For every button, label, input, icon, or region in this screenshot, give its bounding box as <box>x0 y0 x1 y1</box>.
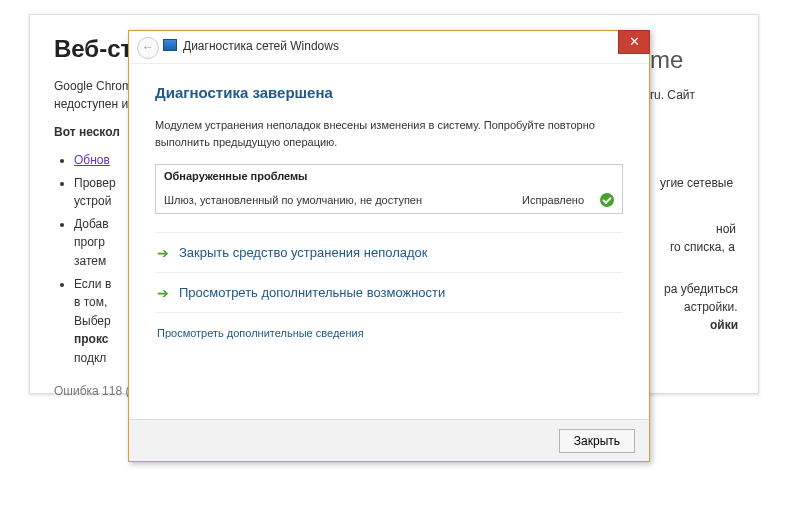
issue-text: Шлюз, установленный по умолчанию, не дос… <box>164 194 522 206</box>
li3-tail1: ной <box>716 222 736 236</box>
li3-tail2: го списка, а <box>670 240 735 254</box>
arrow-right-icon: ➔ <box>157 246 169 260</box>
titlebar: ← Диагностика сетей Windows ✕ <box>129 31 649 64</box>
window-title: Диагностика сетей Windows <box>183 39 339 53</box>
para-tail: ru. Сайт <box>650 88 695 102</box>
li2-tail: угие сетевые <box>660 176 733 190</box>
view-details-link[interactable]: Просмотреть дополнительные сведения <box>157 327 364 339</box>
check-circle-icon <box>600 193 614 207</box>
li4-tail3: ойки <box>710 318 738 332</box>
issues-header: Обнаруженные проблемы <box>156 165 622 187</box>
li4-tail2: астройки. <box>684 300 738 314</box>
action-label: Закрыть средство устранения неполадок <box>179 245 427 260</box>
action-list: ➔ Закрыть средство устранения неполадок … <box>155 232 623 313</box>
reload-link[interactable]: Обнов <box>74 153 110 167</box>
close-button[interactable]: Закрыть <box>559 429 635 453</box>
complete-heading: Диагностика завершена <box>155 84 623 101</box>
action-label: Просмотреть дополнительные возможности <box>179 285 445 300</box>
back-button[interactable]: ← <box>137 37 159 59</box>
window-app-icon <box>163 39 177 51</box>
window-close-button[interactable]: ✕ <box>618 30 650 54</box>
issues-box: Обнаруженные проблемы Шлюз, установленны… <box>155 164 623 214</box>
li4-tail1: ра убедиться <box>664 282 738 296</box>
more-options-action[interactable]: ➔ Просмотреть дополнительные возможности <box>155 273 623 313</box>
wizard-body: Диагностика завершена Модулем устранения… <box>129 64 649 341</box>
troubleshooter-window: ← Диагностика сетей Windows ✕ Диагностик… <box>128 30 650 462</box>
close-icon: ✕ <box>629 34 640 49</box>
close-troubleshooter-action[interactable]: ➔ Закрыть средство устранения неполадок <box>155 233 623 273</box>
back-arrow-icon: ← <box>142 40 154 54</box>
issue-status: Исправлено <box>522 194 584 206</box>
title-tail: me <box>650 46 683 74</box>
wizard-footer: Закрыть <box>129 419 649 461</box>
issue-row: Шлюз, установленный по умолчанию, не дос… <box>156 187 622 213</box>
arrow-right-icon: ➔ <box>157 286 169 300</box>
result-description: Модулем устранения неполадок внесены изм… <box>155 117 623 150</box>
